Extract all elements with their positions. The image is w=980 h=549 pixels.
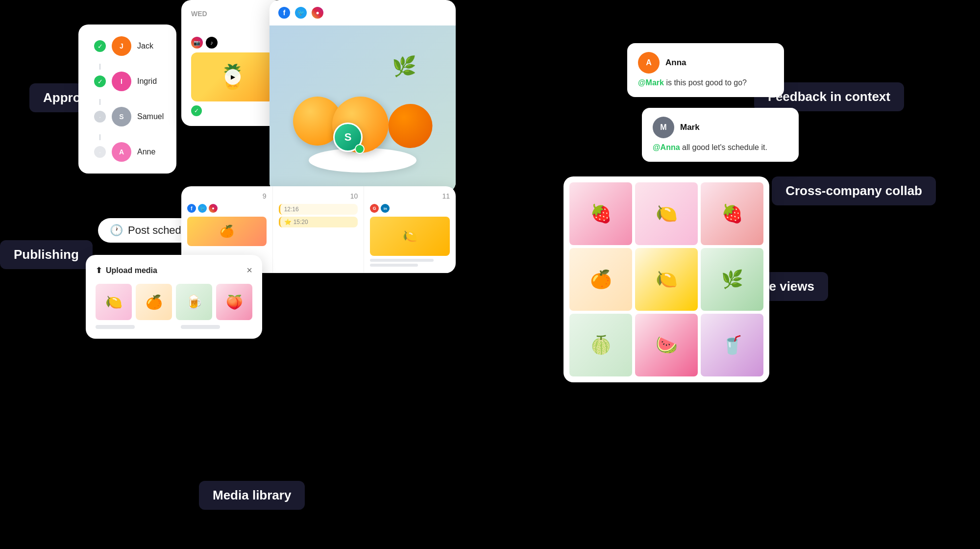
post-thumb-9: 🍊 xyxy=(187,217,267,246)
close-button[interactable]: × xyxy=(246,265,252,276)
gallery-fruit-7: 🍈 xyxy=(569,314,632,376)
connector-2 xyxy=(99,99,100,105)
media-thumb-3[interactable]: 🍺 xyxy=(176,284,212,320)
connector-3 xyxy=(99,134,100,140)
person-row-ingrid: ✓ I Ingrid xyxy=(94,72,161,91)
collab-avatar-1: S xyxy=(333,123,363,152)
media-grid: 🍋 🍊 🍺 🍑 xyxy=(96,284,252,320)
social-row-9: f 🐦 ● xyxy=(187,204,267,213)
tiktok-icon: ♪ xyxy=(206,37,218,49)
gallery-cell-2: 🍋 xyxy=(635,182,698,245)
check-pending-samuel: · xyxy=(94,111,106,123)
post-header: f 🐦 ● xyxy=(270,0,456,25)
media-thumb-4[interactable]: 🍑 xyxy=(216,284,252,320)
anna-avatar: A xyxy=(638,52,660,74)
gallery-cell-7: 🍈 xyxy=(569,314,632,376)
name-ingrid: Ingrid xyxy=(137,77,157,86)
label-1 xyxy=(96,325,135,329)
anna-mention: @Anna xyxy=(653,143,680,151)
orange-scene: 🌿 xyxy=(270,25,456,192)
calendar-post-image: 🍍 ▶ xyxy=(191,52,274,101)
media-library-badge[interactable]: Media library xyxy=(199,481,305,510)
comment-card-anna: A Anna @Mark is this post good to go? xyxy=(627,43,784,97)
gallery-cell-1: 🍓 xyxy=(569,182,632,245)
name-jack: Jack xyxy=(137,42,153,50)
ig-9: ● xyxy=(209,204,218,213)
mark-comment-text: @Anna all good let's schedule it. xyxy=(653,142,788,153)
twitter-icon: 🐦 xyxy=(295,7,307,19)
label-2 xyxy=(181,325,220,329)
post-text-preview xyxy=(370,259,450,267)
linkedin-11: in xyxy=(381,204,390,213)
anna-comment-header: A Anna xyxy=(638,52,773,74)
gallery-cell-6: 🌿 xyxy=(701,248,763,311)
facebook-icon: f xyxy=(278,7,290,19)
cal-cell-11: 11 G in 🍋 xyxy=(364,186,456,273)
fb-9: f xyxy=(187,204,196,213)
media-header: ⬆ Upload media × xyxy=(96,265,252,276)
cross-company-badge[interactable]: Cross-company collab xyxy=(772,176,936,205)
publishing-badge[interactable]: Publishing xyxy=(0,240,93,269)
gallery-card: 🍓 🍋 🍓 🍊 🍋 🌿 🍈 🍉 🥤 xyxy=(564,176,769,382)
avatar-anne: A xyxy=(112,142,131,162)
gallery-cell-5: 🍋 xyxy=(635,248,698,311)
mark-mention: @Mark xyxy=(638,78,664,87)
gallery-fruit-1: 🍓 xyxy=(569,182,632,245)
gallery-cell-8: 🍉 xyxy=(635,314,698,376)
avatar-ingrid: I xyxy=(112,72,131,91)
time-slot-1216: 12:16 xyxy=(279,204,358,215)
check-approved-jack: ✓ xyxy=(94,40,106,52)
online-indicator-1 xyxy=(355,144,365,154)
anna-name: Anna xyxy=(665,58,686,68)
mark-comment-header: M Mark xyxy=(653,117,788,138)
approved-check: ✓ xyxy=(191,105,202,116)
main-post-card: f 🐦 ● 🌿 xyxy=(270,0,456,192)
gallery-grid: 🍓 🍋 🍓 🍊 🍋 🌿 🍈 🍉 🥤 xyxy=(569,182,763,376)
clock-icon: 🕐 xyxy=(110,224,123,237)
social-row-11: G in xyxy=(370,204,450,213)
gallery-fruit-6: 🌿 xyxy=(701,248,763,311)
gallery-fruit-2: 🍋 xyxy=(635,182,698,245)
oranges-group xyxy=(293,97,433,153)
orange-slice xyxy=(389,104,433,148)
text-line-1 xyxy=(370,259,434,262)
media-title: ⬆ Upload media xyxy=(96,266,157,275)
post-image-oranges: 🌿 xyxy=(270,25,456,192)
mark-name: Mark xyxy=(680,123,700,132)
play-button[interactable]: ▶ xyxy=(225,69,241,85)
post-thumb-11: 🍋 xyxy=(370,217,450,256)
mark-avatar: M xyxy=(653,117,674,138)
gallery-fruit-3: 🍓 xyxy=(701,182,763,245)
gallery-fruit-4: 🍊 xyxy=(569,248,632,311)
cal-day-9: 9 xyxy=(187,192,267,200)
approvals-card: ✓ J Jack ✓ I Ingrid · S Samuel · A Anne xyxy=(78,25,176,174)
gallery-cell-9: 🥤 xyxy=(701,314,763,376)
cal-day-10: 10 xyxy=(279,192,358,200)
person-row-jack: ✓ J Jack xyxy=(94,36,161,56)
google-11: G xyxy=(370,204,379,213)
text-line-2 xyxy=(370,264,418,267)
calendar-date: 2 xyxy=(191,22,274,32)
gallery-fruit-9: 🥤 xyxy=(701,314,763,376)
person-row-anne: · A Anne xyxy=(94,142,161,162)
anna-comment-text: @Mark is this post good to go? xyxy=(638,77,773,88)
comment-card-mark: M Mark @Anna all good let's schedule it. xyxy=(642,108,799,162)
upload-icon: ⬆ xyxy=(96,266,102,275)
tw-9: 🐦 xyxy=(198,204,207,213)
connector-1 xyxy=(99,64,100,70)
name-anne: Anne xyxy=(137,148,155,156)
avatar-jack: J xyxy=(112,36,131,56)
gallery-fruit-8: 🍉 xyxy=(635,314,698,376)
instagram-icon-main: ● xyxy=(312,7,323,19)
media-card: ⬆ Upload media × 🍋 🍊 🍺 🍑 xyxy=(86,255,262,339)
instagram-icon: 📷 xyxy=(191,37,203,49)
avatar-samuel: S xyxy=(112,107,131,126)
media-thumb-2[interactable]: 🍊 xyxy=(136,284,172,320)
name-samuel: Samuel xyxy=(137,112,164,121)
media-thumb-1[interactable]: 🍋 xyxy=(96,284,132,320)
person-row-samuel: · S Samuel xyxy=(94,107,161,126)
gallery-cell-3: 🍓 xyxy=(701,182,763,245)
calendar-day: WED xyxy=(191,10,274,18)
leaf-decoration: 🌿 xyxy=(392,55,416,78)
check-inactive-anne: · xyxy=(94,146,106,158)
